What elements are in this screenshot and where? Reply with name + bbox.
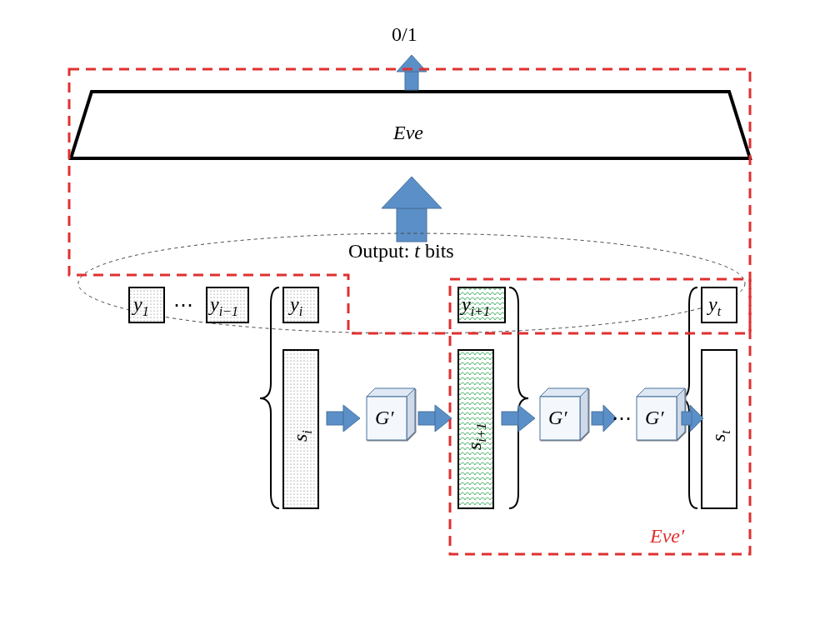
- svg-marker-8: [407, 388, 415, 440]
- eve-label: Eve: [393, 122, 423, 144]
- si-box: [283, 350, 318, 508]
- g1-label: G′: [375, 407, 394, 429]
- svg-rect-5: [397, 208, 427, 242]
- arrow-si-to-g1: [327, 405, 360, 432]
- svg-rect-18: [418, 412, 435, 425]
- output-01-label: 0/1: [392, 23, 418, 46]
- arrow-output-to-eve: [382, 177, 442, 242]
- svg-marker-17: [343, 405, 360, 432]
- bracket-i: [260, 288, 279, 508]
- svg-marker-21: [518, 405, 535, 432]
- diagram-canvas: [0, 0, 840, 640]
- svg-rect-16: [327, 412, 343, 425]
- dots-y: ⋯: [173, 293, 193, 317]
- svg-rect-22: [592, 412, 603, 425]
- g2-label: G′: [548, 407, 568, 429]
- svg-rect-20: [502, 412, 518, 425]
- yip1-label: yi+1: [462, 293, 490, 319]
- arrow-eve-to-output: [397, 55, 427, 90]
- svg-marker-11: [580, 388, 588, 440]
- y1-label: y1: [133, 293, 149, 319]
- arrow-sip1-to-g2: [502, 405, 535, 432]
- st-label: st: [708, 430, 733, 442]
- yi-label: yi: [290, 293, 302, 319]
- g3-label: G′: [645, 407, 664, 429]
- svg-rect-28: [682, 412, 692, 425]
- svg-rect-3: [405, 72, 418, 90]
- eve-prime-label: Eve′: [650, 525, 684, 548]
- sip1-label: si+1: [463, 422, 489, 450]
- arrow-g1-to-sip1: [418, 405, 452, 432]
- dots-g: ⋯: [612, 407, 632, 430]
- st-box: [702, 350, 737, 508]
- yim1-label: yi−1: [210, 293, 238, 319]
- svg-marker-6: [382, 177, 442, 208]
- ellipse-label: Output: t bits: [348, 240, 454, 262]
- yt-label: yt: [708, 293, 721, 319]
- si-label: si: [289, 430, 315, 442]
- bracket-ip1: [509, 288, 528, 508]
